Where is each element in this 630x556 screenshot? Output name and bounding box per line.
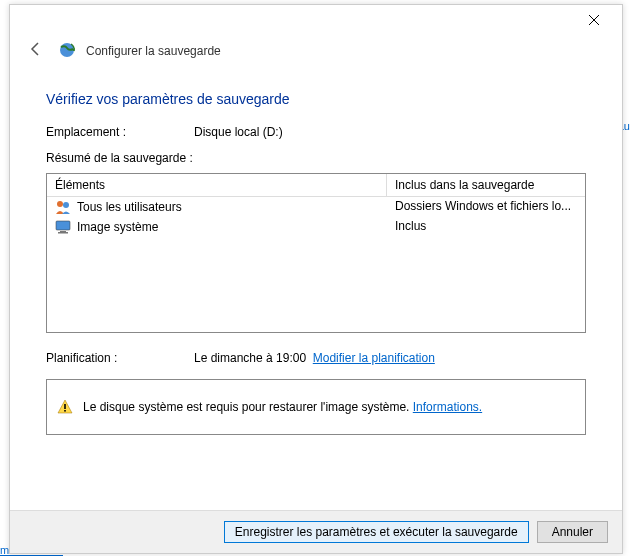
header: Configurer la sauvegarde — [10, 35, 622, 69]
back-arrow-icon — [28, 41, 44, 57]
cancel-button[interactable]: Annuler — [537, 521, 608, 543]
location-label: Emplacement : — [46, 125, 194, 139]
row-value: Dossiers Windows et fichiers lo... — [387, 198, 585, 216]
table-row[interactable]: Tous les utilisateurs Dossiers Windows e… — [47, 197, 585, 217]
row-value: Inclus — [387, 218, 585, 236]
close-button[interactable] — [574, 6, 614, 34]
warning-icon — [57, 399, 73, 415]
summary-label: Résumé de la sauvegarde : — [46, 151, 586, 165]
row-label: Tous les utilisateurs — [77, 200, 182, 214]
warning-box: Le disque système est requis pour restau… — [46, 379, 586, 435]
content: Vérifiez vos paramètres de sauvegarde Em… — [10, 69, 622, 510]
svg-rect-7 — [60, 231, 66, 232]
save-and-run-button[interactable]: Enregistrer les paramètres et exécuter l… — [224, 521, 529, 543]
close-icon — [589, 15, 599, 25]
table-row[interactable]: Image système Inclus — [47, 217, 585, 237]
svg-point-5 — [63, 202, 69, 208]
col-elements[interactable]: Éléments — [47, 174, 387, 196]
footer: Enregistrer les paramètres et exécuter l… — [10, 510, 622, 553]
globe-refresh-icon — [58, 41, 76, 62]
titlebar — [10, 5, 622, 35]
table-header: Éléments Inclus dans la sauvegarde — [47, 174, 585, 197]
dialog-title: Configurer la sauvegarde — [86, 44, 221, 58]
schedule-row: Planification : Le dimanche à 19:00 Modi… — [46, 351, 586, 365]
summary-table: Éléments Inclus dans la sauvegarde Tous … — [46, 173, 586, 333]
warning-text: Le disque système est requis pour restau… — [83, 400, 482, 414]
location-row: Emplacement : Disque local (D:) — [46, 125, 586, 139]
monitor-icon — [55, 219, 71, 235]
schedule-value: Le dimanche à 19:00 — [194, 351, 306, 365]
dialog-window: Configurer la sauvegarde Vérifiez vos pa… — [9, 4, 623, 554]
back-button[interactable] — [24, 39, 48, 63]
information-link[interactable]: Informations. — [413, 400, 482, 414]
change-schedule-link[interactable]: Modifier la planification — [313, 351, 435, 365]
svg-rect-8 — [58, 232, 68, 234]
col-included[interactable]: Inclus dans la sauvegarde — [387, 174, 585, 196]
svg-rect-6 — [56, 221, 70, 230]
users-icon — [55, 199, 71, 215]
row-label: Image système — [77, 220, 158, 234]
location-value: Disque local (D:) — [194, 125, 283, 139]
page-heading: Vérifiez vos paramètres de sauvegarde — [46, 91, 586, 107]
schedule-label: Planification : — [46, 351, 194, 365]
svg-point-4 — [57, 201, 63, 207]
svg-rect-11 — [64, 410, 66, 412]
svg-rect-10 — [64, 404, 66, 409]
